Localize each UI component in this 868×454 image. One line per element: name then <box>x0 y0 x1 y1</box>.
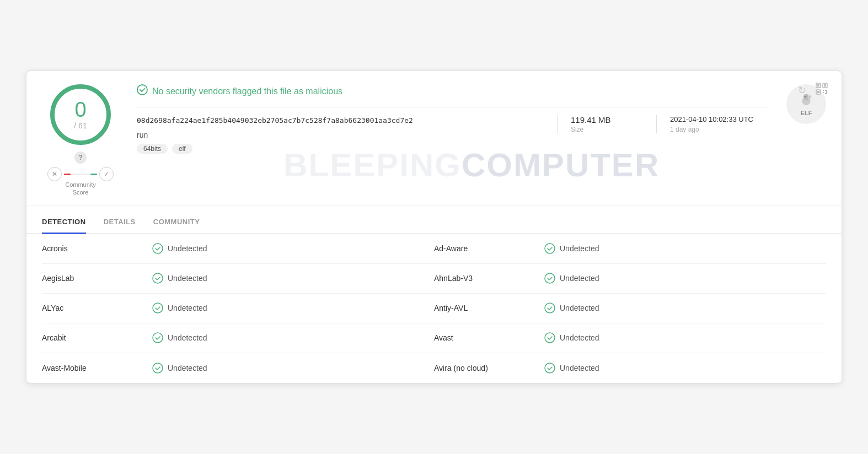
detection-status-right: Undetected <box>544 243 826 254</box>
refresh-button[interactable]: ↻ <box>798 84 806 96</box>
svg-point-24 <box>153 333 163 343</box>
check-icon <box>152 332 163 343</box>
svg-point-27 <box>545 363 555 373</box>
status-check-icon <box>137 84 148 98</box>
svg-point-18 <box>153 244 163 253</box>
vendor-name-left: Arcabit <box>42 327 152 349</box>
svg-point-21 <box>545 273 555 283</box>
score-bar-track <box>64 174 97 175</box>
svg-rect-13 <box>823 90 824 91</box>
score-circle: 0 / 61 <box>50 84 111 145</box>
detection-status-right: Undetected <box>544 363 826 374</box>
tabs-section: DETECTION DETAILS COMMUNITY <box>26 210 842 234</box>
check-icon <box>544 302 555 314</box>
check-icon <box>544 243 555 254</box>
date-sub: 1 day ago <box>670 126 753 133</box>
svg-rect-17 <box>826 90 827 93</box>
status-text-right: Undetected <box>560 274 599 283</box>
detection-status-left: Undetected <box>152 363 434 374</box>
status-text-left: Undetected <box>168 304 207 312</box>
tab-community[interactable]: COMMUNITY <box>153 210 200 234</box>
status-text-right: Undetected <box>560 304 599 312</box>
vendor-name-left: AegisLab <box>42 267 152 289</box>
table-row: AegisLab Undetected AhnLab-V3 Undetected <box>42 264 826 294</box>
svg-rect-14 <box>825 90 826 91</box>
vendor-name-left: Acronis <box>42 237 152 260</box>
vendor-name-left: Avast-Mobile <box>42 357 152 379</box>
vendor-name-right: Avira (no cloud) <box>434 357 544 379</box>
check-icon <box>152 363 163 374</box>
vendor-name-right: AhnLab-V3 <box>434 267 544 289</box>
svg-rect-16 <box>825 93 827 94</box>
thumbs-up-button[interactable]: ✓ <box>99 167 114 181</box>
score-bar: ✕ ✓ <box>47 167 114 181</box>
hash-row: 08d2698afa224ae1f285b4049032eb2705ac7b7c… <box>137 107 767 154</box>
score-number: 0 <box>74 99 86 120</box>
tab-detection[interactable]: DETECTION <box>42 210 86 234</box>
file-size-value: 119.41 MB <box>571 115 643 125</box>
community-score-label: CommunityScore <box>65 181 96 196</box>
file-size-section: 119.41 MB Size <box>557 115 656 133</box>
svg-point-0 <box>137 85 147 95</box>
detection-status-left: Undetected <box>152 243 434 254</box>
community-score-question[interactable]: ? <box>74 152 87 164</box>
tab-details[interactable]: DETAILS <box>104 210 136 234</box>
svg-point-20 <box>153 273 163 283</box>
score-total: / 61 <box>74 121 87 130</box>
date-value: 2021-04-10 10:02:33 UTC <box>670 115 753 123</box>
svg-rect-12 <box>817 91 819 93</box>
svg-point-25 <box>545 333 555 343</box>
detection-status-right: Undetected <box>544 332 826 343</box>
table-row: Arcabit Undetected Avast Undetected <box>42 323 826 353</box>
elf-badge-label: ELF <box>801 110 812 116</box>
tag-elf: elf <box>172 144 192 154</box>
detection-status-right: Undetected <box>544 273 826 284</box>
vendor-name-left: ALYac <box>42 297 152 319</box>
header-actions: ↻ <box>798 82 828 98</box>
status-text-left: Undetected <box>168 364 207 372</box>
status-line: No security vendors flagged this file as… <box>137 84 767 98</box>
detection-status-left: Undetected <box>152 302 434 314</box>
detection-table: Acronis Undetected Ad-Aware Undetected A… <box>26 234 842 383</box>
tags-row: 64bits elf <box>137 144 544 154</box>
vendor-name-right: Ad-Aware <box>434 237 544 260</box>
detection-status-left: Undetected <box>152 332 434 343</box>
check-icon <box>544 363 555 374</box>
file-size-label: Size <box>571 126 643 133</box>
tag-64bits: 64bits <box>137 144 168 154</box>
svg-point-23 <box>545 303 555 313</box>
svg-point-26 <box>153 363 163 373</box>
check-icon <box>152 243 163 254</box>
qr-code-button[interactable] <box>815 82 828 98</box>
hash-value: 08d2698afa224ae1f285b4049032eb2705ac7b7c… <box>137 115 544 126</box>
check-icon <box>544 273 555 284</box>
svg-rect-15 <box>823 92 824 93</box>
check-icon <box>544 332 555 343</box>
check-icon <box>152 302 163 314</box>
status-text-left: Undetected <box>168 244 207 253</box>
status-text-right: Undetected <box>560 333 599 342</box>
file-name: run <box>137 131 544 139</box>
date-section: 2021-04-10 10:02:33 UTC 1 day ago <box>656 115 767 133</box>
status-text-right: Undetected <box>560 244 599 253</box>
svg-rect-10 <box>824 84 826 87</box>
check-icon <box>152 273 163 284</box>
status-text-left: Undetected <box>168 274 207 283</box>
table-row: Avast-Mobile Undetected Avira (no cloud)… <box>42 353 826 383</box>
svg-point-19 <box>545 244 555 253</box>
table-row: Acronis Undetected Ad-Aware Undetected <box>42 234 826 264</box>
vendor-name-right: Antiy-AVL <box>434 297 544 319</box>
vendor-name-right: Avast <box>434 327 544 349</box>
hash-section: 08d2698afa224ae1f285b4049032eb2705ac7b7c… <box>137 115 557 154</box>
svg-rect-8 <box>817 84 819 87</box>
thumbs-down-button[interactable]: ✕ <box>47 167 62 181</box>
detection-status-left: Undetected <box>152 273 434 284</box>
status-text-left: Undetected <box>168 333 207 342</box>
score-section: 0 / 61 ? ✕ ✓ CommunityScore <box>42 84 119 196</box>
detection-status-right: Undetected <box>544 302 826 314</box>
file-info: No security vendors flagged this file as… <box>137 84 778 154</box>
svg-point-22 <box>153 303 163 313</box>
status-message: No security vendors flagged this file as… <box>152 87 342 96</box>
status-text-right: Undetected <box>560 364 599 372</box>
table-row: ALYac Undetected Antiy-AVL Undetected <box>42 294 826 323</box>
